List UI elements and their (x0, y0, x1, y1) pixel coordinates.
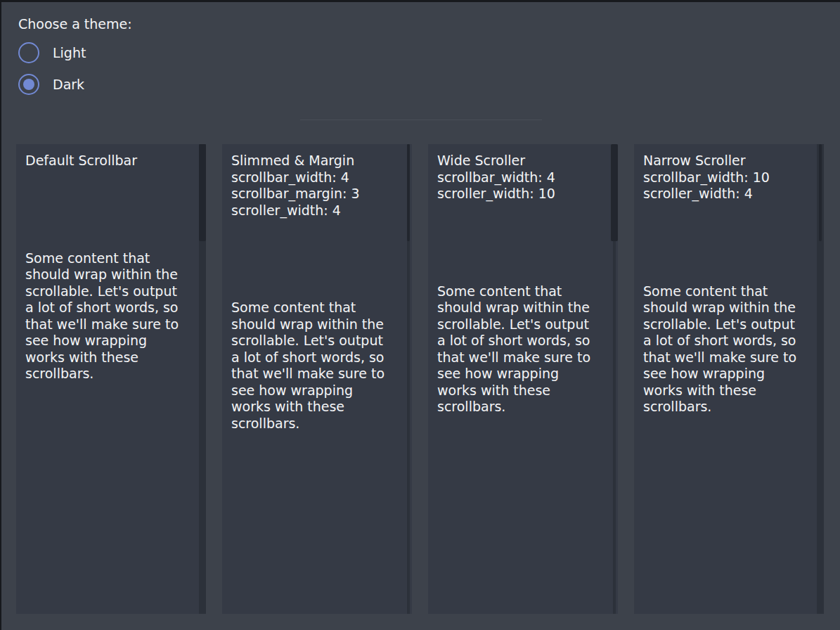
radio-option-dark[interactable]: Dark (18, 74, 84, 95)
scrollbar-thumb[interactable] (199, 144, 206, 241)
panel-config-line: scrollbar_width: 10 (643, 169, 806, 186)
theme-chooser-label: Choose a theme: (18, 15, 132, 32)
panel-config-line: scroller_width: 4 (643, 186, 806, 202)
scrollable-content-area[interactable]: Default Scrollbar Some content that shou… (16, 144, 206, 382)
scrollable-content-area[interactable]: Wide Scroller scrollbar_width: 4 scrolle… (428, 144, 618, 416)
panel-title: Wide Scroller (437, 153, 600, 169)
window-border-top (0, 0, 840, 2)
panel-config-line: scrollbar_width: 4 (231, 169, 394, 186)
panel-title: Default Scrollbar (25, 153, 188, 169)
window-border-left (0, 0, 1, 630)
radio-circle-icon[interactable] (18, 42, 39, 63)
content-spacer (25, 169, 188, 250)
radio-label-dark: Dark (53, 74, 84, 95)
panel-config-line: scroller_width: 10 (437, 186, 600, 202)
panel-config-line: scrollbar_width: 4 (437, 169, 600, 186)
scrollbar-demo-row: Default Scrollbar Some content that shou… (16, 144, 824, 614)
scrollbar-thumb[interactable] (611, 144, 618, 241)
scrollable-content-area[interactable]: Slimmed & Margin scrollbar_width: 4 scro… (222, 144, 412, 432)
scroll-panel-narrow-scroller[interactable]: Narrow Scroller scrollbar_width: 10 scro… (634, 144, 824, 614)
panel-config-line: scroller_width: 4 (231, 202, 394, 219)
panel-content-text: Some content that should wrap within the… (437, 283, 600, 416)
section-divider (300, 120, 542, 120)
radio-circle-checked-icon[interactable] (18, 74, 39, 95)
radio-label-light: Light (53, 42, 86, 63)
app-window: Choose a theme: Light Dark Default Scrol… (0, 0, 840, 630)
radio-dot (23, 47, 34, 58)
panel-content-text: Some content that should wrap within the… (643, 283, 806, 416)
content-spacer (643, 202, 806, 283)
panel-title: Slimmed & Margin (231, 153, 394, 169)
radio-dot (23, 79, 34, 90)
panel-content-text: Some content that should wrap within the… (231, 300, 394, 432)
scroll-panel-default[interactable]: Default Scrollbar Some content that shou… (16, 144, 206, 614)
scrollable-content-area[interactable]: Narrow Scroller scrollbar_width: 10 scro… (634, 144, 824, 416)
scrollbar-thumb[interactable] (407, 144, 410, 241)
content-spacer (437, 202, 600, 283)
panel-config-line: scrollbar_margin: 3 (231, 186, 394, 202)
scroll-panel-slimmed-margin[interactable]: Slimmed & Margin scrollbar_width: 4 scro… (222, 144, 412, 614)
content-spacer (231, 219, 394, 300)
radio-option-light[interactable]: Light (18, 42, 86, 63)
scroll-panel-wide-scroller[interactable]: Wide Scroller scrollbar_width: 4 scrolle… (428, 144, 618, 614)
panel-content-text: Some content that should wrap within the… (25, 250, 188, 382)
panel-title: Narrow Scroller (643, 153, 806, 169)
scrollbar-thumb[interactable] (819, 144, 822, 241)
